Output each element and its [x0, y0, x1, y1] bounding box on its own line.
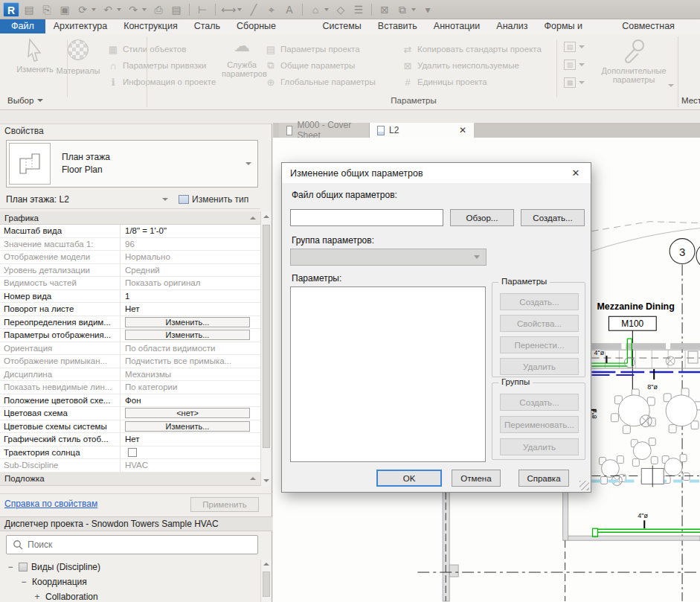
close-icon[interactable]: ✕	[561, 163, 591, 183]
prop-value[interactable]: Нет	[121, 433, 260, 446]
dialog-title-bar[interactable]: Изменение общих параметров ✕	[282, 163, 591, 183]
prop-row-show-hidden-lines: Показать невидимые лин...По категории	[0, 381, 260, 394]
prop-value: По области видимости	[121, 342, 260, 355]
tab-systems[interactable]: Системы	[314, 19, 369, 33]
tab-annotate[interactable]: Аннотации	[426, 19, 488, 33]
tree-item-collaboration[interactable]: + Collaboration	[0, 589, 260, 602]
expander-icon[interactable]: −	[19, 577, 28, 587]
graphic-display-edit-button[interactable]: Изменить...	[125, 330, 250, 340]
selection-dropdown[interactable]: Выбор	[7, 96, 43, 105]
home-icon[interactable]: ⌂	[307, 1, 324, 19]
switch-windows-icon[interactable]: ⧉	[394, 1, 411, 19]
grid-bubble-partial	[696, 243, 700, 269]
tab-file[interactable]: Файл	[0, 19, 45, 33]
undo-icon[interactable]: ↶	[100, 1, 116, 19]
tab-architecture[interactable]: Архитектура	[45, 19, 115, 33]
section-underlay[interactable]: Подложка	[0, 473, 260, 486]
prop-row-orientation: ОриентацияПо области видимости	[0, 342, 260, 356]
properties-help-link[interactable]: Справка по свойствам	[4, 499, 97, 509]
tab-structure[interactable]: Конструкция	[115, 19, 186, 33]
scrollbar-thumb[interactable]	[263, 225, 270, 448]
redo-icon[interactable]: ↷	[125, 1, 141, 19]
cancel-button[interactable]: Отмена	[452, 470, 501, 487]
prop-value[interactable]: Нет	[121, 303, 260, 316]
panel-schedule-templates-icon: ▦	[564, 77, 576, 88]
tree-scrollbar[interactable]	[260, 560, 272, 602]
tab-steel[interactable]: Сталь	[186, 19, 228, 33]
type-selector[interactable]: План этажа Floor Plan	[6, 140, 258, 188]
search-input[interactable]	[28, 539, 257, 550]
close-inactive-icon[interactable]: ⊠	[376, 1, 393, 19]
properties-palette-icon[interactable]: ▤	[21, 1, 37, 19]
view-tab-cover-sheet[interactable]: M000 - Cover Sheet	[279, 123, 370, 138]
sheet-edit-icon[interactable]: ▤	[168, 1, 184, 19]
detail-line-icon[interactable]: ╱	[245, 1, 262, 19]
project-browser-search[interactable]	[6, 535, 258, 554]
close-view-icon[interactable]: ✕	[459, 125, 466, 135]
sync-dropdown-icon[interactable]	[91, 8, 96, 11]
help-button[interactable]: Справка	[518, 470, 569, 487]
new-parameter-button: Создать...	[500, 293, 579, 310]
measure-icon[interactable]: ⊢	[194, 1, 211, 19]
section-graphics[interactable]: Графика	[0, 211, 260, 225]
redo-dropdown-icon[interactable]	[142, 8, 147, 11]
prop-value: Механизмы	[121, 368, 260, 381]
aligned-dimension-icon[interactable]: ⟷	[220, 1, 237, 19]
open-icon[interactable]: ⎘	[39, 1, 55, 19]
edit-type-button[interactable]: Изменить тип	[179, 194, 248, 205]
browse-button[interactable]: Обзор...	[450, 209, 514, 226]
prop-value[interactable]: Фон	[121, 394, 260, 407]
dialog-resize-grip[interactable]	[579, 481, 589, 490]
print-icon[interactable]: ⎙	[150, 1, 167, 19]
sync-icon[interactable]: ⟳	[74, 1, 91, 19]
tab-collaborate[interactable]: Совместная работа	[614, 19, 700, 33]
scrollbar-thumb[interactable]	[263, 571, 270, 597]
snaps-icon: ∩	[107, 60, 119, 71]
prop-row-sub-discipline: Sub-DisciplineHVAC	[0, 459, 260, 473]
text-icon[interactable]: A	[281, 1, 298, 19]
tab-analyze[interactable]: Анализ	[488, 19, 536, 33]
tab-insert[interactable]: Вставить	[370, 19, 426, 33]
prop-row-scale-value: Значение масштаба 1:96	[0, 238, 260, 252]
parameters-listbox[interactable]	[290, 286, 486, 462]
type-selector-dropdown-icon[interactable]	[245, 162, 251, 165]
tag-icon[interactable]: ⌖	[263, 1, 280, 19]
create-file-button[interactable]: Создать...	[521, 209, 585, 226]
expander-icon[interactable]: −	[6, 562, 15, 572]
view-selector-dropdown-icon[interactable]	[162, 198, 168, 201]
tab-precast[interactable]: Сборные элементы	[228, 19, 314, 33]
color-scheme-button[interactable]: <нет>	[125, 408, 250, 418]
tree-item-views[interactable]: − Виды (Discipline)	[0, 560, 260, 574]
tree-item-coordination[interactable]: − Координация	[0, 574, 260, 589]
tab-massing-site[interactable]: Формы и генплан	[536, 19, 614, 33]
visibility-overrides-edit-button[interactable]: Изменить...	[125, 317, 250, 327]
customize-qat-icon[interactable]: ▾	[420, 1, 436, 19]
system-color-schemes-edit-button[interactable]: Изменить...	[125, 421, 250, 432]
ok-button[interactable]: OK	[376, 470, 442, 487]
sun-path-checkbox[interactable]	[128, 448, 137, 457]
prop-value[interactable]: 1/8" = 1'-0"	[121, 225, 260, 237]
parameters-panel-label: Параметры	[149, 96, 678, 105]
home-dropdown-icon[interactable]	[324, 8, 329, 11]
view-marker-icon[interactable]: ◇	[333, 1, 349, 19]
shared-parameter-file-input[interactable]	[290, 209, 443, 226]
prop-value[interactable]: 1	[121, 290, 260, 303]
expander-icon[interactable]: +	[33, 592, 42, 602]
revit-logo[interactable]: R	[3, 2, 19, 17]
switch-windows-dropdown-icon[interactable]	[411, 8, 416, 11]
supply-duct-lower[interactable]	[593, 528, 700, 537]
property-grid-scrollbar[interactable]	[260, 211, 272, 486]
shared-parameter-file-label: Файл общих параметров:	[292, 190, 397, 200]
toolbar-separator	[215, 4, 216, 16]
save-icon[interactable]: ▣	[57, 1, 73, 19]
dimension-dropdown-icon[interactable]	[237, 8, 242, 11]
schedule-icon[interactable]: ☰	[350, 1, 367, 19]
edit-type-icon	[179, 195, 189, 204]
kitchen-wall-band	[592, 343, 700, 368]
view-selector[interactable]: План этажа: L2	[6, 194, 162, 205]
view-tab-l2[interactable]: L2 ✕	[370, 123, 474, 138]
undo-dropdown-icon[interactable]	[117, 8, 121, 11]
duct-size-label: 4"ø	[638, 512, 648, 519]
properties-footer: Справка по свойствам Применить	[0, 493, 272, 514]
shared-parameters-icon: ⧉	[265, 60, 277, 71]
